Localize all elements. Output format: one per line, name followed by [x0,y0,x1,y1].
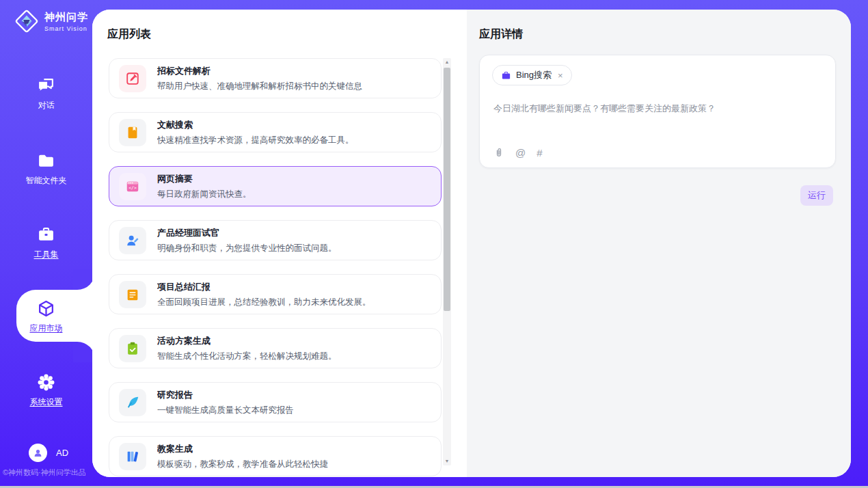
scrollbar-thumb[interactable] [444,68,450,311]
sidebar-item-chat[interactable]: 对话 [0,77,92,111]
app-card-desc: 明确身份和职责，为您提供专业性的面试问题。 [157,243,337,254]
app-card-desc: 智能生成个性化活动方案，轻松解决规划难题。 [157,351,337,362]
sidebar-item-label: 对话 [0,100,92,111]
app-list-title: 应用列表 [107,27,151,42]
briefcase-icon [501,70,511,81]
app-list-panel: 应用列表 招标文件解析 帮助用户快速、准确地理解和解析招标书中的关键信息 [92,10,467,477]
app-card-lesson-plan[interactable]: 教案生成 模板驱动，教案秒成，教学准备从此轻松快捷 [109,436,442,476]
sidebar-item-settings[interactable]: 系统设置 [0,373,92,408]
user-avatar-icon [29,444,47,462]
app-card-title: 网页摘要 [157,173,252,185]
report-notes-icon [119,281,146,308]
sidebar-item-label: 智能文件夹 [0,175,92,187]
editor-toolbar: @ # [493,147,543,158]
app-card-literature-search[interactable]: 文献搜索 快速精准查找学术资源，提高研究效率的必备工具。 [109,112,442,152]
query-editor-card: Bing搜索 × 今日湖北有哪些新闻要点？有哪些需要关注的最新政策？ @ # [479,55,836,168]
user-name: AD [56,448,68,458]
tool-tag-label: Bing搜索 [516,69,552,81]
app-card-desc: 帮助用户快速、准确地理解和解析招标书中的关键信息 [157,81,362,92]
books-icon [119,443,146,470]
main-content: 应用列表 招标文件解析 帮助用户快速、准确地理解和解析招标书中的关键信息 [92,10,851,477]
sidebar: 神州问学 Smart Vision 对话 智能文件夹 工具集 [0,0,92,488]
hash-icon[interactable]: # [537,148,542,158]
app-card-desc: 一键智能生成高质量长文本研究报告 [157,405,294,416]
cube-icon [37,299,55,318]
app-card-title: 活动方案生成 [157,335,337,347]
app-card-desc: 全面回顾项目进展，总结经验教训，助力未来优化发展。 [157,297,371,308]
tool-tag-bing-search[interactable]: Bing搜索 × [492,65,572,85]
interviewer-icon [119,227,146,254]
mention-icon[interactable]: @ [515,148,526,158]
app-detail-title: 应用详情 [479,27,523,42]
sidebar-item-smart-folder[interactable]: 智能文件夹 [0,152,92,187]
app-card-pm-interviewer[interactable]: 产品经理面试官 明确身份和职责，为您提供专业性的面试问题。 [109,220,442,260]
app-card-list: 招标文件解析 帮助用户快速、准确地理解和解析招标书中的关键信息 文献搜索 快速精… [109,58,442,477]
logo-title: 神州问学 [44,11,88,24]
app-card-title: 招标文件解析 [157,65,362,77]
app-card-title: 产品经理面试官 [157,227,337,239]
quill-icon [119,389,146,416]
app-list-scrollbar: ▲ ▼ [443,58,451,465]
sidebar-item-label: 工具集 [0,249,92,260]
sidebar-item-label: 应用市场 [0,323,92,334]
tag-close-icon[interactable]: × [556,70,565,81]
chat-icon [37,77,55,95]
clipboard-check-icon [119,335,146,362]
app-card-desc: 每日政府新闻资讯快查。 [157,189,252,200]
folder-icon [37,152,55,170]
app-card-event-plan[interactable]: 活动方案生成 智能生成个性化活动方案，轻松解决规划难题。 [109,328,442,368]
app-card-title: 研究报告 [157,389,294,401]
copyright-footer: ©神州数码·神州问学出品 [3,467,105,478]
app-card-title: 文献搜索 [157,119,354,131]
app-card-title: 项目总结汇报 [157,281,371,293]
app-card-bid-parse[interactable]: 招标文件解析 帮助用户快速、准确地理解和解析招标书中的关键信息 [109,58,442,98]
app-card-desc: 快速精准查找学术资源，提高研究效率的必备工具。 [157,135,354,146]
toolbox-icon [37,226,55,244]
sidebar-item-app-market[interactable]: 应用市场 [0,299,92,334]
app-card-desc: 模板驱动，教案秒成，教学准备从此轻松快捷 [157,459,328,470]
browser-code-icon: </> [119,173,146,200]
pen-square-icon [119,65,146,92]
app-card-research-report[interactable]: 研究报告 一键智能生成高质量长文本研究报告 [109,382,442,422]
svg-text:</>: </> [128,185,137,191]
user-account[interactable]: AD [29,444,68,462]
sidebar-item-toolset[interactable]: 工具集 [0,226,92,260]
app-card-project-summary[interactable]: 项目总结汇报 全面回顾项目进展，总结经验教训，助力未来优化发展。 [109,274,442,314]
logo-subtitle: Smart Vision [44,25,88,32]
paperclip-icon[interactable] [493,147,504,158]
scrollbar-up-arrow[interactable]: ▲ [443,58,451,66]
logo-diamond-icon [14,8,40,34]
app-card-web-summary[interactable]: </> 网页摘要 每日政府新闻资讯快查。 [109,166,442,206]
sidebar-item-label: 系统设置 [0,396,92,408]
app-detail-panel: 应用详情 Bing搜索 × 今日湖北有哪些新闻要点？有哪些需要关注的最新政策？ … [467,10,851,477]
app-card-title: 教案生成 [157,443,328,455]
book-icon [119,119,146,146]
run-button[interactable]: 运行 [800,185,833,206]
gear-icon [37,373,55,392]
scrollbar-down-arrow[interactable]: ▼ [443,457,451,465]
app-logo: 神州问学 Smart Vision [14,8,88,34]
query-text-input[interactable]: 今日湖北有哪些新闻要点？有哪些需要关注的最新政策？ [493,102,822,116]
